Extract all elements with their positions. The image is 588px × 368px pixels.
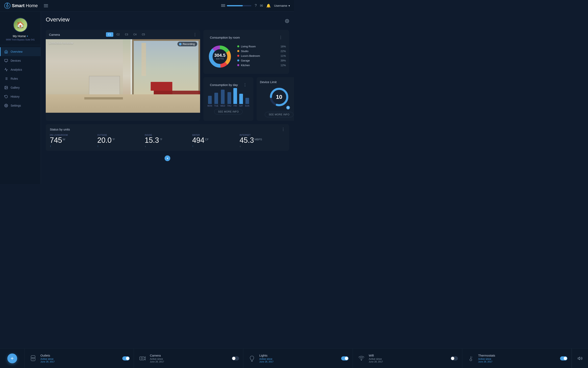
gauge-badge: 5 [286,106,290,110]
camera-tab-c2[interactable]: C2 [115,32,122,37]
camera-tab-c3[interactable]: C3 [123,32,130,37]
unit-suffix-internet: MBPS [255,138,262,141]
user-menu[interactable]: Username ▾ [274,4,290,7]
sidebar-item-devices[interactable]: Devices [0,56,41,65]
bar-wed: WED [220,90,225,107]
status-grid: ON LIVINGROOM 745 W ↑ OUTSIDE 20.0 °F ↑ [50,134,285,148]
notification-icon[interactable]: 🔔 [266,3,271,8]
bar-mon-fill [208,96,212,104]
bar-label-wed: WED [220,105,225,107]
unit-trend-outside: ↑ [97,145,143,148]
legend-name-studio: Studio [241,50,248,53]
unit-trend-livingroom: ↑ [50,145,95,148]
donut-unit: WATTS [214,58,226,60]
bar-label-thu: THU [227,105,232,107]
consumption-day-see-more-button[interactable]: SEE MORE INFO [214,109,243,114]
unit-value-wrap-internet: 45.3 MBPS [240,137,285,144]
home-icon [4,50,8,54]
unit-suffix-outside: °F [112,138,115,141]
recording-badge: Recording [177,42,197,46]
unit-value-outside: 20.0 [97,137,111,144]
progress-bar [227,5,251,6]
sidebar-label-settings: Settings [11,104,21,107]
legend-pct-living: 16% [280,45,286,48]
progress-icon [221,4,225,7]
bar-tue: TUE [214,93,218,107]
bar-sun: SUN [245,98,249,107]
bar-label-sat: SAT [239,105,243,107]
scroll-down-button[interactable]: ▾ [164,156,170,161]
logo-home: Home [26,3,38,8]
mail-icon[interactable]: ✉ [260,3,263,8]
donut-chart: 304.5 WATTS [207,43,233,70]
status-unit-internet: INTERNET 45.3 MBPS ↓ [240,134,285,148]
sidebar-nav: Overview Devices Analytics [0,45,41,180]
camera-tab-c1[interactable]: C1 [106,32,113,37]
consumption-room-more-button[interactable]: ⋮ [279,36,283,39]
hamburger-menu[interactable] [44,4,48,7]
profile-address: 9898 Trent Bypass Suite 541 [6,38,35,41]
sidebar-item-gallery[interactable]: Gallery [0,83,41,92]
gallery-icon [4,86,8,90]
bottom-row: Consumption by day ⋮ MON TUE [203,77,289,121]
top-grid: Camera C1 C2 C3 C4 C5 ⋮ [46,30,289,121]
status-more-button[interactable]: ⋮ [281,128,285,131]
sidebar-label-overview: Overview [11,50,22,53]
sidebar-label-rules: Rules [11,77,18,80]
status-unit-water: WATER 494 CF ↑ [192,134,237,148]
consumption-day-header: Consumption by day ⋮ [207,80,250,89]
status-header: Status by units ⋮ [50,128,285,131]
svg-point-17 [287,20,288,21]
sidebar-item-history[interactable]: History [0,92,41,101]
bar-wed-fill [221,90,225,104]
bar-label-fri: FRI [234,105,237,107]
bar-mon: MON [208,96,212,107]
sidebar-label-analytics: Analytics [11,68,22,71]
legend-name-kitchen: Kitchen [241,64,250,67]
device-limit-header: Device Limit ⋮ [260,80,294,84]
profile-name[interactable]: My Home ▾ [13,34,28,38]
bar-fri-fill [233,88,237,104]
status-unit-outside: OUTSIDE 20.0 °F ↑ [97,134,143,148]
legend-name-living: Living Room [241,45,256,48]
sidebar-label-devices: Devices [11,59,21,62]
legend-dot-kitchen [237,64,239,66]
recording-label: Recording [183,43,195,46]
gauge-value: 10 [276,94,282,100]
legend-dot-studio [237,50,239,52]
bar-label-mon: MON [208,105,212,107]
username-label: Username [274,4,287,7]
camera-tab-c4[interactable]: C4 [131,32,138,37]
camera-tab-c5[interactable]: C5 [140,32,147,37]
sidebar-item-rules[interactable]: Rules [0,74,41,83]
legend: Living Room 16% Studio 22% Luca's Bedroo… [237,45,286,68]
bar-thu-fill [227,92,231,104]
help-icon[interactable]: ? [255,3,257,8]
bar-label-tue: TUE [214,105,218,107]
avatar: 🏠 [13,18,28,32]
camera-header: Camera C1 C2 C3 C4 C5 ⋮ [46,30,200,39]
camera-more-button[interactable]: ⋮ [193,33,197,36]
bar-fri: FRI [233,88,237,107]
unit-trend-internet: ↓ [240,145,285,148]
sidebar-item-settings[interactable]: Settings [0,101,41,110]
consumption-day-card: Consumption by day ⋮ MON TUE [203,77,253,121]
status-title: Status by units [50,128,70,131]
legend-living-room: Living Room 16% [237,45,286,48]
main-content: Overview Camera C1 C2 C3 C4 C5 [41,11,294,184]
svg-rect-1 [7,6,8,7]
status-unit-inside: INSIDE 15.3 °F ↓ [145,134,190,148]
bar-label-sun: SUN [245,105,249,107]
logo[interactable]: SmartHome [4,2,38,9]
sidebar-item-analytics[interactable]: Analytics [0,65,41,74]
consumption-room-header: Consumption by room ⋮ [207,33,286,41]
sidebar-item-overview[interactable]: Overview [0,47,41,56]
svg-rect-6 [5,59,8,62]
progress-area [221,4,251,7]
settings-icon [4,103,8,108]
device-limit-see-more-button[interactable]: SEE MORE INFO [265,112,293,117]
page-settings-button[interactable] [285,19,289,24]
consumption-day-title: Consumption by day [210,83,238,87]
progress-fill [227,5,243,6]
consumption-day-more-button[interactable]: ⋮ [243,83,247,87]
